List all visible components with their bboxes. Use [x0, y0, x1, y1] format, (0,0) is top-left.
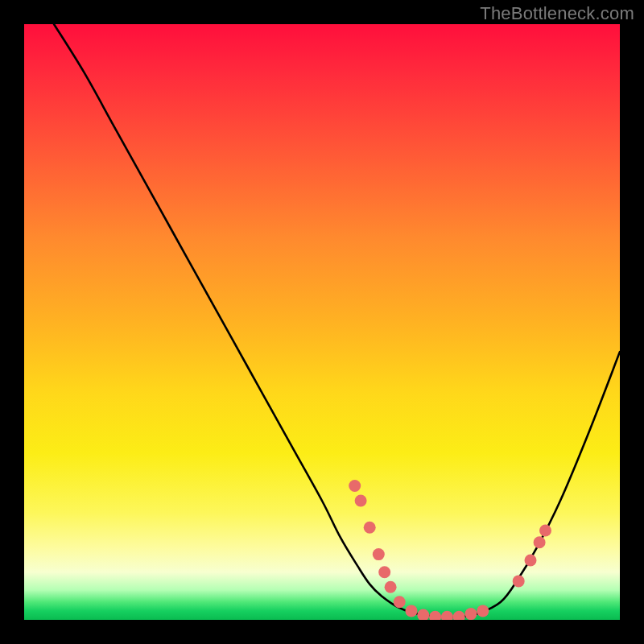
data-dots [349, 480, 551, 620]
data-dot [394, 596, 406, 608]
data-dot [539, 525, 551, 537]
data-dot [349, 480, 361, 492]
data-dot [417, 609, 429, 620]
data-dot [355, 495, 367, 507]
data-dot [378, 566, 390, 578]
bottleneck-curve [54, 24, 620, 617]
data-dot [513, 575, 525, 587]
data-dot [429, 611, 441, 620]
watermark-text: TheBottleneck.com [480, 3, 634, 24]
data-dot [364, 522, 376, 534]
data-dot [373, 548, 385, 560]
plot-area [24, 24, 620, 620]
data-dot [385, 581, 397, 593]
chart-frame: TheBottleneck.com [0, 0, 644, 644]
data-dot [441, 611, 453, 620]
data-dot [525, 555, 537, 567]
data-dot [465, 608, 477, 620]
data-dot [477, 605, 489, 617]
data-dot [406, 605, 418, 617]
data-dot [453, 611, 465, 620]
chart-svg [24, 24, 620, 620]
data-dot [534, 536, 546, 548]
